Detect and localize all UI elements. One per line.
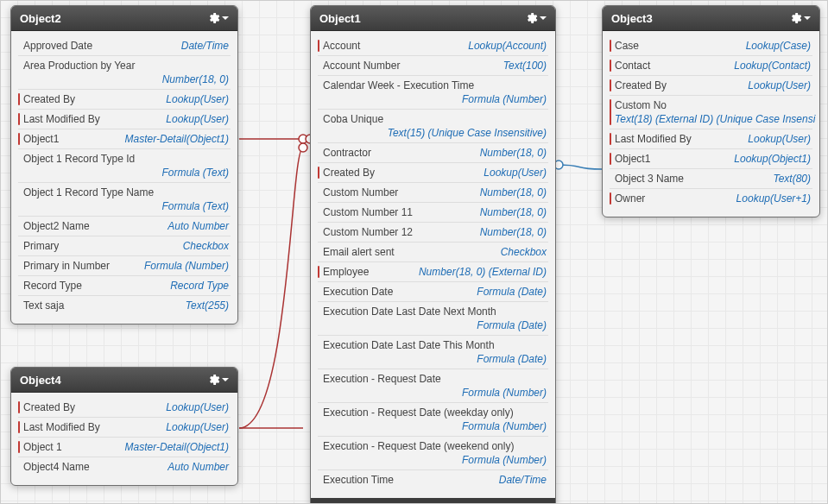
field-row[interactable]: Execution - Request DateFormula (Number)	[318, 369, 548, 402]
panel-header[interactable]: Object1	[311, 6, 555, 31]
field-type: Formula (Number)	[323, 420, 547, 432]
field-label: Created By	[323, 167, 375, 179]
field-label: Approved Date	[23, 40, 92, 52]
field-row[interactable]: PrimaryCheckbox	[18, 236, 231, 255]
field-row[interactable]: Execution Date Last Date Next MonthFormu…	[318, 301, 548, 335]
field-label: Primary	[23, 240, 59, 252]
field-label: Contact	[615, 60, 650, 72]
field-label: Custom Number 11	[323, 206, 413, 218]
field-row[interactable]: Execution Date Last Date This MonthFormu…	[318, 335, 548, 369]
field-row[interactable]: EmployeeNumber(18, 0) (External ID)	[318, 261, 548, 281]
panel-header[interactable]: Object2	[11, 6, 237, 31]
field-row[interactable]: Execution - Request Date (weekend only)F…	[318, 436, 548, 469]
field-row[interactable]: Account NumberText(100)	[318, 55, 548, 75]
field-label: Last Modified By	[615, 133, 692, 145]
field-row[interactable]: Created ByLookup(User)	[18, 398, 231, 417]
object-panel-object1[interactable]: Object1AccountLookup(Account)Account Num…	[310, 5, 556, 504]
field-label: Execution - Request Date	[323, 373, 441, 385]
field-row[interactable]: Custom NoText(18) (External ID) (Unique …	[610, 95, 812, 129]
svg-point-0	[299, 135, 307, 143]
field-label: Custom Number 12	[323, 226, 413, 238]
field-type: Text(80)	[773, 173, 811, 185]
field-list: CaseLookup(Case)ContactLookup(Contact)Cr…	[603, 31, 819, 217]
field-type: Auto Number	[167, 461, 229, 473]
field-label: Created By	[615, 79, 667, 91]
field-label: Last Modified By	[23, 421, 100, 433]
field-row[interactable]: Custom Number 11Number(18, 0)	[318, 202, 548, 222]
field-row[interactable]: Created ByLookup(User)	[318, 162, 548, 182]
object-panel-object4[interactable]: Object4Created ByLookup(User)Last Modifi…	[10, 367, 238, 486]
field-type: Formula (Text)	[23, 167, 229, 179]
field-row[interactable]: Execution - Request Date (weekday only)F…	[318, 402, 548, 436]
field-row[interactable]: Approved DateDate/Time	[18, 36, 231, 55]
field-row[interactable]: ContractorNumber(18, 0)	[318, 142, 548, 162]
field-label: Contractor	[323, 147, 371, 159]
field-label: Execution Date	[323, 286, 393, 298]
panel-header[interactable]: Object3	[603, 6, 819, 31]
field-label: Object2 Name	[23, 220, 90, 232]
field-row[interactable]: Custom Number 12Number(18, 0)	[318, 222, 548, 242]
field-row[interactable]: ContactLookup(Contact)	[610, 55, 812, 75]
gear-icon[interactable]	[206, 373, 229, 387]
field-row[interactable]: Coba UniqueText(15) (Unique Case Insensi…	[318, 109, 548, 142]
field-row[interactable]: Object4 NameAuto Number	[18, 457, 231, 476]
field-row[interactable]: Object 1 Record Type IdFormula (Text)	[18, 148, 231, 182]
field-label: Last Modified By	[23, 113, 100, 125]
panel-title: Object2	[20, 12, 61, 25]
gear-icon[interactable]	[524, 11, 547, 25]
field-label: Object 1 Record Type Name	[23, 186, 154, 198]
field-row[interactable]: Custom NumberNumber(18, 0)	[318, 182, 548, 202]
field-label: Execution - Request Date (weekend only)	[323, 440, 514, 452]
field-row[interactable]: Object1Master-Detail(Object1)	[18, 129, 231, 148]
gear-icon[interactable]	[206, 11, 229, 25]
field-row[interactable]: Text sajaText(255)	[18, 295, 231, 315]
field-type: Number(18, 0)	[480, 206, 547, 218]
field-label: Execution Date Last Date This Month	[323, 339, 495, 351]
show-more-fields[interactable]: Show More Fields	[311, 498, 555, 504]
field-label: Object 1	[23, 441, 62, 453]
field-row[interactable]: Object 1 Record Type NameFormula (Text)	[18, 182, 231, 216]
field-row[interactable]: Primary in NumberFormula (Number)	[18, 255, 231, 275]
field-row[interactable]: Record TypeRecord Type	[18, 275, 231, 295]
field-row[interactable]: Area Production by YearNumber(18, 0)	[18, 55, 231, 89]
field-row[interactable]: Email alert sentCheckbox	[318, 242, 548, 261]
field-type: Lookup(User)	[748, 79, 811, 91]
panel-title: Object4	[20, 374, 61, 387]
field-type: Text(100)	[503, 60, 547, 72]
field-label: Owner	[615, 192, 645, 205]
field-type: Number(18, 0)	[23, 73, 229, 85]
field-row[interactable]: Object1Lookup(Object1)	[610, 148, 812, 168]
gear-icon[interactable]	[788, 11, 811, 25]
field-type: Lookup(Case)	[746, 40, 811, 52]
field-row[interactable]: Execution TimeDate/Time	[318, 469, 548, 489]
field-label: Object 3 Name	[615, 173, 684, 185]
field-label: Text saja	[23, 299, 64, 312]
field-type: Formula (Date)	[323, 319, 547, 331]
field-row[interactable]: Created ByLookup(User)	[610, 75, 812, 95]
field-type: Lookup(Contact)	[734, 60, 811, 72]
object-panel-object3[interactable]: Object3CaseLookup(Case)ContactLookup(Con…	[602, 5, 820, 217]
field-row[interactable]: Last Modified ByLookup(User)	[18, 417, 231, 437]
field-row[interactable]: Created ByLookup(User)	[18, 89, 231, 109]
panel-header[interactable]: Object4	[11, 368, 237, 393]
field-row[interactable]: OwnerLookup(User+1)	[610, 188, 812, 208]
field-label: Account	[323, 40, 360, 52]
field-row[interactable]: Object 1Master-Detail(Object1)	[18, 437, 231, 457]
field-row[interactable]: CaseLookup(Case)	[610, 36, 812, 55]
field-row[interactable]: Last Modified ByLookup(User)	[18, 109, 231, 129]
field-row[interactable]: Calendar Week - Execution TimeFormula (N…	[318, 75, 548, 109]
field-label: Custom Number	[323, 186, 398, 198]
field-type: Checkbox	[501, 246, 547, 258]
field-row[interactable]: Object2 NameAuto Number	[18, 216, 231, 236]
field-type: Lookup(Object1)	[734, 153, 811, 165]
field-type: Date/Time	[181, 40, 229, 52]
object-panel-object2[interactable]: Object2Approved DateDate/TimeArea Produc…	[10, 5, 238, 324]
field-row[interactable]: Last Modified ByLookup(User)	[610, 129, 812, 148]
field-type: Lookup(User)	[166, 93, 229, 105]
field-row[interactable]: Object 3 NameText(80)	[610, 168, 812, 188]
field-row[interactable]: AccountLookup(Account)	[318, 36, 548, 55]
field-row[interactable]: Execution DateFormula (Date)	[318, 281, 548, 301]
field-label: Object 1 Record Type Id	[23, 153, 135, 165]
field-label: Object1	[615, 153, 650, 165]
field-type: Date/Time	[499, 474, 547, 486]
